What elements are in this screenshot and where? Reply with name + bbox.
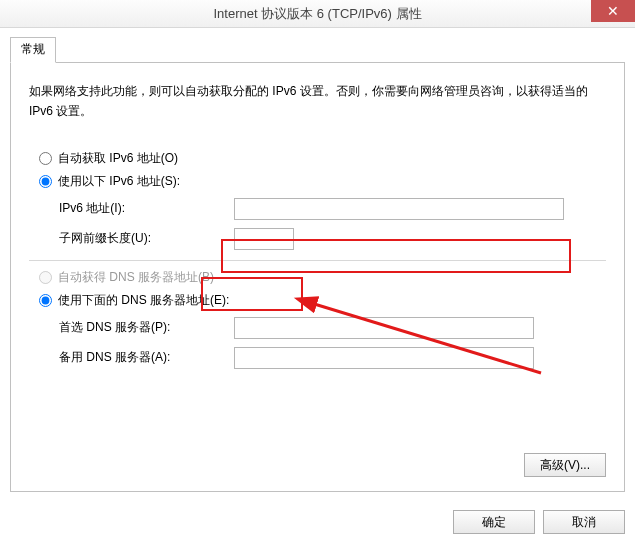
radio-auto-ip-label: 自动获取 IPv6 地址(O) bbox=[58, 150, 178, 167]
label-ipv6-address: IPv6 地址(I): bbox=[59, 200, 234, 217]
row-ipv6-address: IPv6 地址(I): bbox=[59, 198, 606, 220]
divider bbox=[29, 260, 606, 261]
dialog-footer: 确定 取消 bbox=[0, 502, 635, 536]
tabstrip: 常规 bbox=[10, 36, 625, 62]
cancel-button[interactable]: 取消 bbox=[543, 510, 625, 534]
general-panel: 如果网络支持此功能，则可以自动获取分配的 IPv6 设置。否则，你需要向网络管理… bbox=[10, 62, 625, 492]
ok-button[interactable]: 确定 bbox=[453, 510, 535, 534]
radio-auto-ip[interactable]: 自动获取 IPv6 地址(O) bbox=[39, 150, 606, 167]
row-preferred-dns: 首选 DNS 服务器(P): bbox=[59, 317, 606, 339]
row-alternate-dns: 备用 DNS 服务器(A): bbox=[59, 347, 606, 369]
radio-manual-dns-input[interactable] bbox=[39, 294, 52, 307]
radio-manual-ip-label: 使用以下 IPv6 地址(S): bbox=[58, 173, 180, 190]
close-icon: ✕ bbox=[607, 4, 619, 18]
tab-general[interactable]: 常规 bbox=[10, 37, 56, 63]
radio-manual-ip-input[interactable] bbox=[39, 175, 52, 188]
window-title: Internet 协议版本 6 (TCP/IPv6) 属性 bbox=[213, 5, 421, 23]
advanced-button[interactable]: 高级(V)... bbox=[524, 453, 606, 477]
row-prefix-length: 子网前缀长度(U): bbox=[59, 228, 606, 250]
advanced-row: 高级(V)... bbox=[524, 453, 606, 477]
input-preferred-dns[interactable] bbox=[234, 317, 534, 339]
label-prefix-length: 子网前缀长度(U): bbox=[59, 230, 234, 247]
description-text: 如果网络支持此功能，则可以自动获取分配的 IPv6 设置。否则，你需要向网络管理… bbox=[29, 81, 606, 122]
radio-manual-ip[interactable]: 使用以下 IPv6 地址(S): bbox=[39, 173, 606, 190]
titlebar: Internet 协议版本 6 (TCP/IPv6) 属性 ✕ bbox=[0, 0, 635, 28]
radio-auto-ip-input[interactable] bbox=[39, 152, 52, 165]
input-alternate-dns[interactable] bbox=[234, 347, 534, 369]
input-ipv6-address[interactable] bbox=[234, 198, 564, 220]
radio-auto-dns: 自动获得 DNS 服务器地址(B) bbox=[39, 269, 606, 286]
dns-fields: 首选 DNS 服务器(P): 备用 DNS 服务器(A): bbox=[29, 317, 606, 369]
input-prefix-length[interactable] bbox=[234, 228, 294, 250]
radio-manual-dns[interactable]: 使用下面的 DNS 服务器地址(E): bbox=[39, 292, 606, 309]
content-area: 常规 如果网络支持此功能，则可以自动获取分配的 IPv6 设置。否则，你需要向网… bbox=[0, 28, 635, 502]
radio-manual-dns-label: 使用下面的 DNS 服务器地址(E): bbox=[58, 292, 229, 309]
close-button[interactable]: ✕ bbox=[591, 0, 635, 22]
radio-auto-dns-input bbox=[39, 271, 52, 284]
label-alternate-dns: 备用 DNS 服务器(A): bbox=[59, 349, 234, 366]
label-preferred-dns: 首选 DNS 服务器(P): bbox=[59, 319, 234, 336]
radio-auto-dns-label: 自动获得 DNS 服务器地址(B) bbox=[58, 269, 214, 286]
